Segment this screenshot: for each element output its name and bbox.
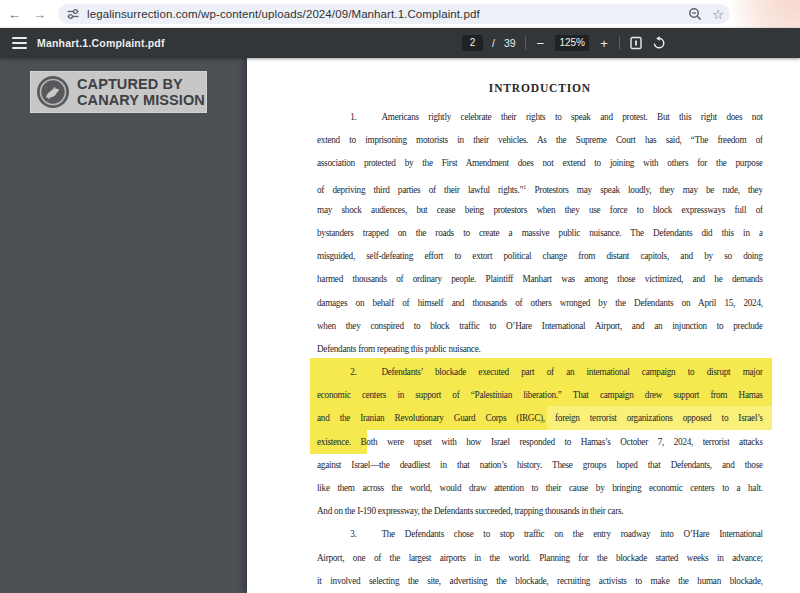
- page-number-input[interactable]: 2: [462, 35, 483, 51]
- back-icon[interactable]: ←: [8, 8, 21, 21]
- document-text: Airport, one of the largest airports in …: [317, 552, 763, 563]
- pdf-toolbar: Manhart.1.Complaint.pdf 2 / 39 − 125% +: [0, 28, 800, 58]
- document-line: association protected by the First Amend…: [317, 151, 763, 174]
- document-text: and the Iranian Revolutionary Guard Corp…: [317, 412, 545, 423]
- document-line: extend to imprisoning motorists in their…: [317, 128, 763, 151]
- document-line: existence. Both were upset with how Isra…: [317, 430, 763, 453]
- document-text: The Defendants chose to stop traffic on …: [381, 528, 762, 539]
- document-line: of depriving third parties of their lawf…: [317, 175, 763, 198]
- document-line: damages on behalf of himself and thousan…: [317, 291, 763, 314]
- document-line: bystanders trapped on the roads to creat…: [317, 221, 763, 244]
- document-text: economic centers in support of “Palestin…: [317, 389, 763, 400]
- document-text: of depriving third parties of their lawf…: [317, 184, 523, 195]
- document-text: bystanders trapped on the roads to creat…: [317, 227, 763, 238]
- document-text: harmed thousands of ordinary people. Pla…: [317, 273, 763, 284]
- paragraph-number: 3.: [317, 528, 381, 539]
- address-bar[interactable]: legalinsurrection.com/wp-content/uploads…: [58, 4, 730, 24]
- document-line: when they conspired to block traffic to …: [317, 314, 763, 337]
- site-settings-icon[interactable]: [66, 7, 80, 21]
- page-separator: /: [492, 37, 495, 49]
- watermark-line2: CANARY MISSION: [77, 92, 205, 109]
- url-text[interactable]: legalinsurrection.com/wp-content/uploads…: [87, 8, 722, 20]
- document-text: like them across the world, would draw a…: [317, 482, 763, 493]
- zoom-out-button[interactable]: −: [535, 37, 547, 50]
- watermark-line1: CAPTURED BY: [77, 76, 205, 93]
- document-text: against Israel—the deadliest in that nat…: [317, 459, 763, 470]
- document-line: And on the I-190 expressway, the Defenda…: [317, 499, 763, 522]
- canary-bird-logo-icon: [36, 75, 70, 109]
- forward-icon[interactable]: →: [33, 8, 46, 21]
- document-line: Airport, one of the largest airports in …: [317, 546, 763, 569]
- document-text: foreign terrorist organizations opposed …: [545, 412, 763, 423]
- document-text: damages on behalf of himself and thousan…: [317, 297, 763, 308]
- document-section-title: INTRODUCTION: [317, 78, 763, 105]
- browser-top-bar: ← → ↻ legalinsurrection.com/wp-content/u…: [0, 0, 800, 28]
- document-line: may shock audiences, but cease being pro…: [317, 198, 763, 221]
- document-text: And on the I-190 expressway, the Defenda…: [317, 505, 623, 516]
- zoom-in-button[interactable]: +: [598, 37, 610, 50]
- document-text: extend to imprisoning motorists in their…: [317, 134, 763, 145]
- document-text: it involved selecting the site, advertis…: [317, 575, 763, 586]
- page-total: 39: [504, 37, 516, 49]
- pdf-viewer-area: INTRODUCTION 1.Americans rightly celebra…: [0, 58, 800, 593]
- fit-to-page-icon[interactable]: [629, 36, 643, 50]
- document-text: misguided, self-defeating effort to exto…: [317, 250, 763, 261]
- document-line: 2.Defendants’ blockade executed part of …: [317, 360, 763, 383]
- document-line: 1.Americans rightly celebrate their righ…: [317, 105, 763, 128]
- document-text: Americans rightly celebrate their rights…: [381, 111, 762, 122]
- canary-mission-watermark: CAPTURED BY CANARY MISSION: [30, 71, 207, 113]
- pdf-document-title: Manhart.1.Complaint.pdf: [37, 28, 165, 58]
- paragraph-number: 2.: [317, 366, 381, 377]
- zoom-level: 125%: [555, 35, 589, 51]
- document-line: and the Iranian Revolutionary Guard Corp…: [317, 406, 763, 429]
- document-line: economic centers in support of “Palestin…: [317, 383, 763, 406]
- toolbar-divider: [525, 36, 526, 50]
- document-line: like them across the world, would draw a…: [317, 476, 763, 499]
- document-text: when they conspired to block traffic to …: [317, 320, 763, 331]
- document-text: existence.: [317, 436, 351, 447]
- document-line: it involved selecting the site, advertis…: [317, 569, 763, 592]
- document-line: Defendants from repeating this public nu…: [317, 337, 763, 360]
- document-text: Defendants’ blockade executed part of an…: [381, 366, 762, 377]
- document-text: Both were upset with how Israel responde…: [351, 436, 763, 447]
- document-line: 3.The Defendants chose to stop traffic o…: [317, 522, 763, 545]
- document-text-column: INTRODUCTION 1.Americans rightly celebra…: [317, 78, 763, 592]
- document-text: association protected by the First Amend…: [317, 157, 763, 168]
- document-line: against Israel—the deadliest in that nat…: [317, 453, 763, 476]
- paragraph-number: 1.: [317, 111, 381, 122]
- document-text: Protestors may speak loudly, they may be…: [526, 184, 763, 195]
- zoom-indicator-icon[interactable]: [688, 7, 702, 21]
- pdf-page: INTRODUCTION 1.Americans rightly celebra…: [247, 58, 800, 593]
- document-line: harmed thousands of ordinary people. Pla…: [317, 267, 763, 290]
- toolbar-divider: [619, 36, 620, 50]
- menu-icon[interactable]: [12, 37, 27, 49]
- document-text: may shock audiences, but cease being pro…: [317, 204, 763, 215]
- rotate-counterclockwise-icon[interactable]: [652, 36, 666, 50]
- document-text: Defendants from repeating this public nu…: [317, 343, 480, 354]
- bookmark-star-icon[interactable]: ☆: [712, 8, 724, 21]
- document-line: misguided, self-defeating effort to exto…: [317, 244, 763, 267]
